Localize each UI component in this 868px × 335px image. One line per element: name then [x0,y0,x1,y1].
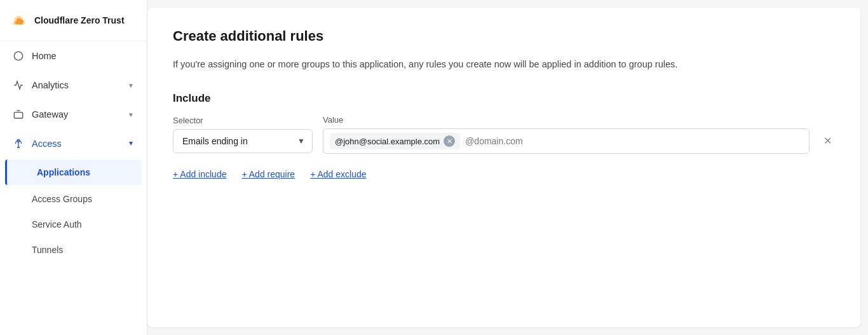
access-icon [13,138,24,149]
sidebar-item-home[interactable]: Home [0,41,147,71]
sidebar: Cloudflare Zero Trust Home Analytics ▼ [0,0,147,335]
analytics-icon [13,79,24,91]
access-chevron-icon: ▲ [128,140,134,147]
sidebar-item-access-groups[interactable]: Access Groups [0,186,147,212]
sidebar-item-service-auth[interactable]: Service Auth [0,212,147,237]
include-section-heading: Include [173,92,835,105]
selector-label: Selector [173,116,313,125]
value-label: Value [323,115,810,125]
sidebar-item-analytics-label: Analytics [32,80,69,90]
tag-remove-button[interactable]: ✕ [444,135,455,147]
selector-select[interactable]: Emails ending in Emails IP ranges Countr… [173,129,313,153]
value-input-container[interactable]: @john@social.example.com ✕ [323,128,810,154]
logo-container[interactable]: Cloudflare Zero Trust [0,0,147,41]
sidebar-item-applications[interactable]: Applications [5,160,142,185]
page-title: Create additional rules [173,28,835,44]
add-require-button[interactable]: + Add require [241,169,295,179]
sidebar-item-access[interactable]: Access ▲ [0,129,147,158]
sidebar-item-analytics[interactable]: Analytics ▼ [0,71,147,100]
sidebar-item-gateway[interactable]: Gateway ▼ [0,100,147,129]
add-exclude-button[interactable]: + Add exclude [310,169,366,179]
sidebar-item-gateway-label: Gateway [32,109,68,120]
gateway-icon [13,109,24,120]
analytics-chevron-icon: ▼ [128,82,134,89]
selector-wrapper: Selector Emails ending in Emails IP rang… [173,116,313,153]
selector-container: Emails ending in Emails IP ranges Countr… [173,129,313,153]
page-description: If you're assigning one or more groups t… [173,57,745,72]
sidebar-item-tunnels[interactable]: Tunnels [0,237,147,263]
add-buttons-container: + Add include + Add require + Add exclud… [173,169,835,179]
row-remove-button[interactable]: ✕ [820,133,835,149]
main-content: Create additional rules If you're assign… [147,8,860,327]
logo-text: Cloudflare Zero Trust [34,15,125,25]
add-include-button[interactable]: + Add include [173,169,226,179]
cloudflare-logo-icon [10,11,28,29]
sidebar-item-access-label: Access [32,139,62,149]
home-icon [13,50,24,62]
email-tag: @john@social.example.com ✕ [330,133,460,149]
gateway-chevron-icon: ▼ [128,111,134,118]
sidebar-item-home-label: Home [32,51,57,61]
access-sub-menu: Applications Access Groups Service Auth … [0,158,147,263]
rule-row: Selector Emails ending in Emails IP rang… [173,115,835,154]
svg-rect-1 [14,113,22,118]
email-tag-text: @john@social.example.com [335,137,440,146]
domain-input[interactable] [465,136,803,146]
value-wrapper: Value @john@social.example.com ✕ [323,115,810,154]
svg-point-0 [14,51,22,60]
